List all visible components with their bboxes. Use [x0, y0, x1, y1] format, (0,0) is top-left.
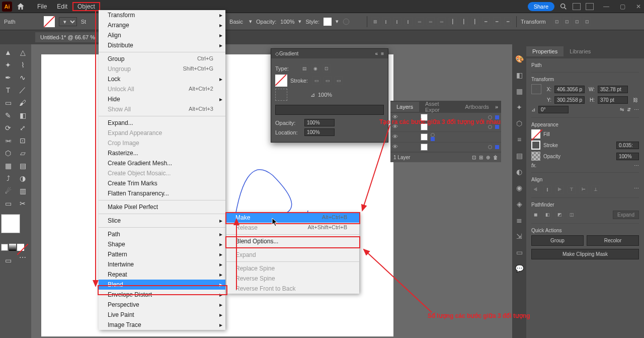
- gradient-panel-icon[interactable]: ▤: [515, 151, 524, 160]
- symbols-icon[interactable]: ⬡: [515, 119, 524, 128]
- arrange-icon[interactable]: [573, 3, 581, 10]
- delete-layer-icon[interactable]: 🗑: [493, 155, 498, 160]
- target-icon[interactable]: [488, 145, 492, 149]
- eyedropper-icon[interactable]: ⤴: [1, 172, 15, 184]
- maximize-icon[interactable]: ▢: [619, 3, 626, 10]
- linear-grad-icon[interactable]: ▤: [300, 64, 308, 73]
- appearance-icon[interactable]: ◉: [515, 183, 524, 192]
- menu-item-make-pixel-perfect[interactable]: Make Pixel Perfect: [99, 202, 225, 212]
- recolor-button[interactable]: Recolor: [587, 235, 639, 246]
- tab-artboards[interactable]: Artboards: [459, 102, 495, 112]
- menu-item-create-object-mosaic-[interactable]: Create Object Mosaic...: [99, 168, 225, 178]
- menu-item-path[interactable]: Path: [99, 229, 225, 239]
- unite-icon[interactable]: ◼: [531, 211, 539, 219]
- more-options-icon[interactable]: ⋯: [634, 163, 639, 168]
- visibility-icon[interactable]: 👁: [392, 144, 399, 151]
- comments-icon[interactable]: 💬: [515, 264, 524, 273]
- angle-input[interactable]: [538, 106, 569, 113]
- transform-icon[interactable]: ⊡: [573, 18, 581, 26]
- menu-edit[interactable]: Edit: [52, 2, 72, 11]
- globe-icon[interactable]: [343, 18, 350, 25]
- layers-icon[interactable]: ≣: [515, 216, 524, 225]
- y-input[interactable]: [554, 96, 585, 104]
- asset-export-icon[interactable]: ⇲: [515, 232, 524, 241]
- menu-item-show-all[interactable]: Show AllAlt+Ctrl+3: [99, 104, 225, 114]
- free-transform-icon[interactable]: ⊡: [16, 134, 30, 147]
- new-layer-icon[interactable]: ⊕: [486, 155, 490, 160]
- blend-tool-icon[interactable]: ◑: [16, 172, 30, 184]
- color-guide-icon[interactable]: ◧: [515, 71, 524, 80]
- group-button[interactable]: Group: [531, 235, 584, 246]
- gradient-tool-icon[interactable]: ▤: [16, 160, 30, 172]
- w-input[interactable]: [598, 86, 628, 93]
- freeform-grad-icon[interactable]: ⊡: [323, 64, 331, 73]
- grad-stroke-swatch[interactable]: [275, 75, 287, 87]
- align-icon[interactable]: ━: [482, 18, 490, 26]
- align-hcenter-icon[interactable]: ⫿: [543, 185, 551, 193]
- menu-item-hide[interactable]: Hide: [99, 94, 225, 104]
- menu-item-crop-image[interactable]: Crop Image: [99, 138, 225, 148]
- gradient-slider[interactable]: [275, 105, 384, 115]
- tab-properties[interactable]: Properties: [526, 46, 564, 56]
- reference-point-icon[interactable]: [531, 84, 541, 94]
- minus-front-icon[interactable]: ◧: [543, 211, 551, 219]
- menu-file[interactable]: File: [32, 2, 52, 11]
- grad-location-input[interactable]: [304, 128, 335, 136]
- more-options-icon[interactable]: ⋯: [634, 107, 639, 112]
- align-icon[interactable]: ⫿: [382, 18, 390, 26]
- artboard-tool-icon[interactable]: ▭: [1, 197, 15, 210]
- close-icon[interactable]: ✕: [635, 3, 642, 10]
- shape-builder-icon[interactable]: ⬡: [1, 147, 15, 159]
- h-input[interactable]: [598, 96, 628, 104]
- align-icon[interactable]: ⫿: [405, 18, 413, 26]
- stroke-grad-icon[interactable]: ▭: [324, 77, 332, 85]
- align-icon[interactable]: ━: [493, 18, 501, 26]
- tab-asset-export[interactable]: Asset Expor: [419, 99, 459, 115]
- opacity-input[interactable]: [616, 153, 639, 160]
- mesh-tool-icon[interactable]: ▦: [1, 160, 15, 172]
- align-icon[interactable]: ═: [416, 18, 424, 26]
- line-tool-icon[interactable]: ／: [16, 84, 30, 96]
- new-sublayer-icon[interactable]: ⊞: [479, 155, 483, 160]
- none-swatch[interactable]: [17, 244, 24, 251]
- column-graph-icon[interactable]: ▥: [16, 185, 30, 197]
- tab-libraries[interactable]: Libraries: [564, 46, 597, 56]
- menu-item-lock[interactable]: Lock: [99, 74, 225, 84]
- arrange2-icon[interactable]: [586, 3, 594, 10]
- menu-item-expand-appearance[interactable]: Expand Appearance: [99, 128, 225, 138]
- type-tool-icon[interactable]: T: [1, 84, 15, 96]
- x-input[interactable]: [554, 86, 585, 93]
- menu-item-flatten-transparency-[interactable]: Flatten Transparency...: [99, 188, 225, 198]
- menu-item-perspective[interactable]: Perspective: [99, 300, 225, 310]
- fx-label[interactable]: fx.: [531, 163, 537, 168]
- screen-mode-icon[interactable]: ▭: [1, 254, 15, 266]
- brushes-icon[interactable]: ✦: [515, 103, 524, 112]
- align-icon[interactable]: ┃: [471, 18, 479, 26]
- opacity-swatch[interactable]: [531, 152, 540, 161]
- menu-item-create-gradient-mesh-[interactable]: Create Gradient Mesh...: [99, 158, 225, 168]
- flip-v-icon[interactable]: ⇵: [627, 107, 631, 112]
- menu-item-distribute[interactable]: Distribute: [99, 40, 225, 50]
- align-top-icon[interactable]: ⊤: [568, 185, 576, 193]
- fill-stroke-swatch[interactable]: [1, 214, 20, 233]
- width-tool-icon[interactable]: ⫘: [1, 134, 15, 147]
- minimize-icon[interactable]: —: [603, 3, 610, 10]
- swatches-icon[interactable]: ▦: [515, 87, 524, 96]
- transform-label[interactable]: Transform: [521, 19, 546, 25]
- target-icon[interactable]: [431, 133, 435, 137]
- pen-tool-icon[interactable]: ✒: [1, 72, 15, 84]
- graphic-styles-icon[interactable]: ◈: [515, 199, 524, 209]
- more-options-icon[interactable]: ⋯: [634, 185, 639, 193]
- locate-layer-icon[interactable]: ⊡: [472, 155, 476, 160]
- menu-item-ungroup[interactable]: UngroupShift+Ctrl+G: [99, 64, 225, 74]
- target-icon[interactable]: [488, 125, 492, 129]
- slice-tool-icon[interactable]: ✂: [16, 197, 30, 210]
- paintbrush-tool-icon[interactable]: 🖌: [16, 97, 30, 109]
- link-icon[interactable]: ⛓: [633, 97, 638, 103]
- menu-item-group[interactable]: GroupCtrl+G: [99, 54, 225, 64]
- transform-icon[interactable]: ⊡: [563, 18, 571, 26]
- menu-item-repeat[interactable]: Repeat: [99, 269, 225, 280]
- align-icon[interactable]: ━: [504, 18, 512, 26]
- menu-item-create-trim-marks[interactable]: Create Trim Marks: [99, 178, 225, 188]
- align-icon[interactable]: ⫿: [393, 18, 401, 26]
